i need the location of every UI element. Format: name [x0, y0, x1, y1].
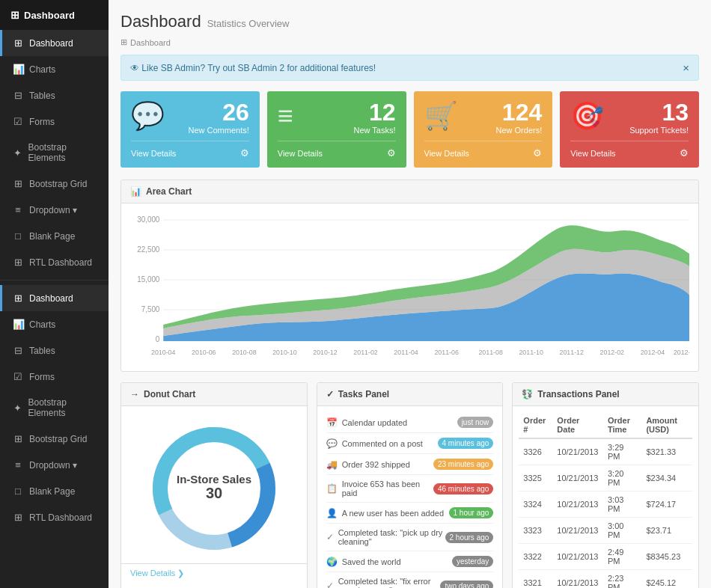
task-icon: ✓ — [326, 581, 334, 588]
trans-cell: 10/21/2013 — [552, 465, 603, 491]
sidebar-item-dashboard[interactable]: ⊞Dashboard — [0, 30, 109, 56]
task-badge: 23 minutes ago — [433, 459, 493, 470]
stat-card-icon-comments: 💬 — [131, 100, 165, 132]
sidebar-item-forms2[interactable]: ☑Forms — [0, 364, 109, 390]
page-header: Dashboard Statistics Overview — [120, 12, 699, 31]
page-subtitle: Statistics Overview — [207, 18, 290, 29]
sidebar-item-label: Forms — [29, 117, 55, 127]
sidebar-item-icon: ⊞ — [13, 293, 23, 304]
task-icon: ✓ — [326, 532, 334, 542]
sidebar-item-icon: ≡ — [13, 459, 23, 471]
area-chart-svg: 30,000 22,500 15,000 7,500 0 2010-04 201… — [130, 212, 689, 362]
sidebar-section-2: ⊞Dashboard📊Charts⊟Tables☑Forms✦Bootstrap… — [0, 285, 109, 530]
sidebar-item-bootstrap-grid[interactable]: ⊞Bootstrap Grid — [0, 171, 109, 197]
tasks-icon: ✓ — [326, 389, 334, 399]
stat-card-footer-link-comments[interactable]: View Details — [131, 149, 176, 158]
sidebar-item-bootstrap-elements2[interactable]: ✦Bootstrap Elements — [0, 390, 109, 426]
trans-cell: 2:23 PM — [603, 570, 641, 589]
sidebar-item-icon: ✦ — [13, 402, 22, 414]
sidebar-item-icon: □ — [13, 230, 23, 242]
sidebar-item-tables2[interactable]: ⊟Tables — [0, 337, 109, 364]
sidebar-item-blank-page2[interactable]: □Blank Page — [0, 478, 109, 504]
area-chart-title: Area Chart — [146, 186, 192, 197]
sidebar-item-label: Blank Page — [29, 231, 75, 242]
sidebar-item-dashboard2[interactable]: ⊞Dashboard — [0, 285, 109, 311]
task-text: Commented on a post — [342, 439, 423, 448]
tasks-panel-body: 📅 Calendar updated just now 💬 Commented … — [317, 406, 503, 588]
trans-table-header: Amount (USD) — [641, 412, 692, 438]
task-text: Order 392 shipped — [342, 460, 410, 469]
gear-icon-tasks[interactable]: ⚙ — [387, 147, 396, 159]
trans-cell: $234.34 — [641, 465, 692, 491]
sidebar-item-icon: ⊞ — [13, 512, 23, 523]
trans-cell: 3323 — [519, 518, 552, 544]
task-text: Completed task: "fix error on sales page… — [338, 577, 441, 588]
svg-text:2012-06: 2012-06 — [674, 349, 689, 356]
sidebar-item-label: Bootstrap Grid — [29, 179, 87, 189]
donut-chart-panel: → Donut Chart In-Store Sales — [120, 382, 308, 588]
sidebar-item-bootstrap-elements[interactable]: ✦Bootstrap Elements — [0, 135, 109, 171]
donut-chart-body: In-Store Sales 30 — [121, 406, 307, 563]
svg-text:30: 30 — [206, 485, 222, 501]
svg-text:In-Store Sales: In-Store Sales — [177, 473, 251, 486]
trans-cell: 3:29 PM — [603, 438, 641, 465]
task-icon: 🌍 — [326, 557, 338, 567]
stat-card-tickets: 🎯 13 Support Tickets! View Details ⚙ — [560, 91, 699, 168]
task-badge: yesterday — [452, 556, 493, 567]
gear-icon-tickets[interactable]: ⚙ — [680, 147, 689, 159]
sidebar-item-bootstrap-grid2[interactable]: ⊞Bootstrap Grid — [0, 426, 109, 452]
trans-cell: 3322 — [519, 544, 552, 570]
alert-close-button[interactable]: × — [683, 61, 689, 74]
svg-text:2011-12: 2011-12 — [560, 349, 584, 356]
task-text: Saved the world — [342, 557, 401, 566]
sidebar-item-dropdown[interactable]: ≡Dropdown ▾ — [0, 197, 109, 223]
area-chart-container: 30,000 22,500 15,000 7,500 0 2010-04 201… — [130, 212, 689, 362]
sidebar-item-label: Tables — [29, 346, 55, 356]
trans-cell: 3:03 PM — [603, 491, 641, 518]
sidebar-brand[interactable]: ⊞ Dashboard — [0, 0, 109, 30]
sidebar: ⊞ Dashboard ⊞Dashboard📊Charts⊟Tables☑For… — [0, 0, 109, 588]
sidebar-item-rtl-dashboard[interactable]: ⊞RTL Dashboard — [0, 249, 109, 275]
stat-card-footer-link-orders[interactable]: View Details — [424, 149, 469, 158]
gear-icon-orders[interactable]: ⚙ — [533, 147, 542, 159]
donut-chart-icon: → — [130, 389, 139, 399]
svg-text:2010-04: 2010-04 — [151, 349, 175, 356]
sidebar-item-charts[interactable]: 📊Charts — [0, 56, 109, 82]
sidebar-item-label: Bootstrap Elements — [28, 397, 99, 418]
trans-cell: 10/21/2013 — [552, 544, 603, 570]
sidebar-item-rtl-dashboard2[interactable]: ⊞RTL Dashboard — [0, 504, 109, 530]
trans-table-header: Order # — [519, 412, 552, 438]
sidebar-item-blank-page[interactable]: □Blank Page — [0, 223, 109, 249]
svg-text:22,500: 22,500 — [137, 245, 160, 254]
gear-icon-comments[interactable]: ⚙ — [240, 147, 249, 159]
table-row: 332110/21/20132:23 PM$245.12 — [519, 570, 692, 589]
sidebar-item-label: Charts — [29, 319, 55, 330]
alert-banner: 👁 Like SB Admin? Try out SB Admin 2 for … — [120, 55, 699, 81]
sidebar-item-forms[interactable]: ☑Forms — [0, 108, 109, 135]
task-badge: 4 minutes ago — [438, 438, 494, 449]
task-item: ✓ Completed task: "fix error on sales pa… — [326, 572, 494, 588]
task-icon: 💬 — [326, 438, 338, 449]
stat-card-footer-link-tickets[interactable]: View Details — [570, 149, 615, 158]
sidebar-item-tables[interactable]: ⊟Tables — [0, 82, 109, 108]
stat-card-number-comments: 26 — [188, 100, 248, 124]
bottom-row: → Donut Chart In-Store Sales — [120, 382, 699, 588]
svg-text:2012-02: 2012-02 — [600, 349, 624, 356]
svg-text:2012-04: 2012-04 — [641, 349, 665, 356]
tasks-title: Tasks Panel — [338, 389, 389, 399]
sidebar-item-label: Bootstrap Elements — [28, 142, 99, 163]
sidebar-item-dropdown2[interactable]: ≡Dropdown ▾ — [0, 452, 109, 478]
sidebar-item-charts2[interactable]: 📊Charts — [0, 311, 109, 337]
trans-cell: $23.71 — [641, 518, 692, 544]
donut-view-details[interactable]: View Details ❯ — [121, 563, 307, 583]
stat-card-footer-link-tasks[interactable]: View Details — [278, 149, 323, 158]
trans-cell: $724.17 — [641, 491, 692, 518]
sidebar-item-icon: 📊 — [13, 319, 23, 330]
breadcrumb: ⊞ Dashboard — [120, 37, 699, 47]
task-badge: two days ago — [440, 581, 493, 589]
area-chart-panel: 📊 Area Chart 30,000 22,500 15,000 7,500 — [120, 180, 699, 372]
sidebar-item-icon: □ — [13, 486, 23, 497]
transactions-table: Order #Order DateOrder TimeAmount (USD)3… — [519, 412, 692, 588]
sidebar-item-icon: ⊞ — [13, 178, 23, 189]
stat-card-comments: 💬 26 New Comments! View Details ⚙ — [120, 91, 260, 168]
